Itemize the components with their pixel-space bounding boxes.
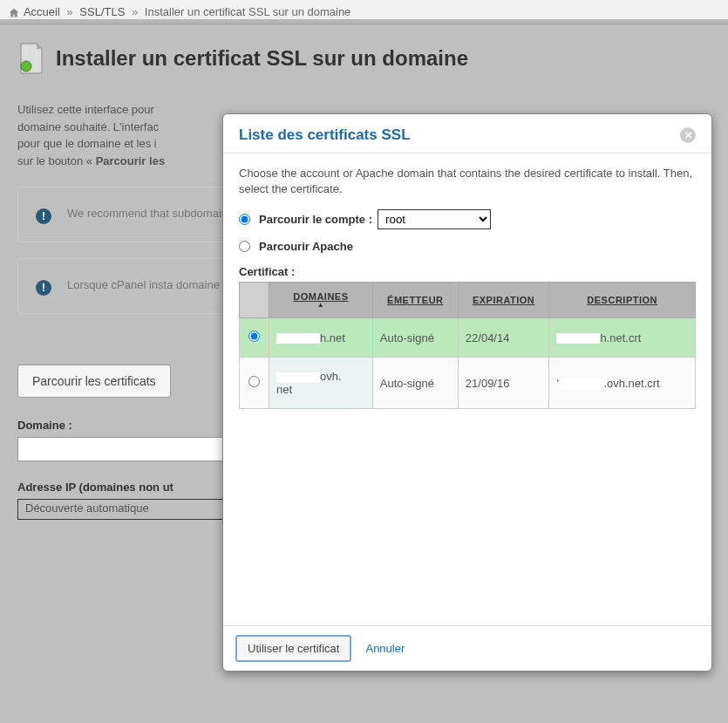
cert-radio[interactable] <box>248 331 260 342</box>
col-expiration[interactable]: Expiration <box>458 283 549 318</box>
col-select <box>240 283 269 318</box>
cell-issuer: Auto-signé <box>372 318 458 358</box>
breadcrumb-sep: » <box>66 5 72 18</box>
ssl-certificates-modal: Liste des certificats SSL ✕ Choose the a… <box>222 113 712 672</box>
use-certificate-button[interactable]: Utiliser le certificat <box>235 635 351 662</box>
modal-intro: Choose the account or Apache domain that… <box>239 166 696 197</box>
col-issuer[interactable]: Émetteur <box>372 283 458 318</box>
svg-text:!: ! <box>42 282 45 294</box>
certificate-icon <box>17 42 45 75</box>
col-domains[interactable]: Domaines▲ <box>269 283 373 318</box>
cert-table: Domaines▲ Émetteur Expiration Descriptio… <box>239 282 696 409</box>
cell-expiration: 22/04/14 <box>458 318 549 358</box>
breadcrumb-home[interactable]: Accueil <box>24 5 60 18</box>
breadcrumb-sep: » <box>132 5 138 18</box>
account-select[interactable]: root <box>378 209 491 229</box>
radio-account-row: Parcourir le compte : root <box>239 209 696 229</box>
col-description[interactable]: Description <box>549 283 696 318</box>
breadcrumb-current: Installer un certificat SSL sur un domai… <box>145 5 351 18</box>
svg-text:!: ! <box>42 210 45 222</box>
home-icon <box>9 8 19 18</box>
cell-domain: ovh.net <box>269 358 373 409</box>
info-icon: ! <box>36 208 51 224</box>
breadcrumb-ssl[interactable]: SSL/TLS <box>79 5 125 18</box>
radio-browse-apache[interactable] <box>239 241 250 252</box>
sort-arrow-icon: ▲ <box>275 302 367 309</box>
cert-label: Certificat : <box>239 265 696 278</box>
modal-header: Liste des certificats SSL ✕ <box>223 114 711 153</box>
cell-issuer: Auto-signé <box>372 358 458 409</box>
radio-apache-label: Parcourir Apache <box>259 240 353 253</box>
modal-title: Liste des certificats SSL <box>239 126 411 144</box>
table-row[interactable]: ovh.net Auto-signé 21/09/16 '.ovh.net.cr… <box>240 358 696 409</box>
modal-body: Choose the account or Apache domain that… <box>223 153 711 625</box>
cert-radio[interactable] <box>248 376 260 387</box>
cell-expiration: 21/09/16 <box>458 358 549 409</box>
close-icon[interactable]: ✕ <box>680 127 696 143</box>
cell-description: h.net.crt <box>549 318 696 358</box>
page-header: Installer un certificat SSL sur un domai… <box>17 42 711 75</box>
cell-description: '.ovh.net.crt <box>549 358 696 409</box>
table-row[interactable]: h.net Auto-signé 22/04/14 h.net.crt <box>240 318 696 358</box>
radio-apache-row: Parcourir Apache <box>239 240 696 253</box>
modal-footer: Utiliser le certificat Annuler <box>223 625 711 671</box>
cancel-link[interactable]: Annuler <box>365 642 405 655</box>
cell-domain: h.net <box>269 318 373 358</box>
svg-point-0 <box>21 61 31 72</box>
info-icon: ! <box>36 280 51 296</box>
browse-certificates-button[interactable]: Parcourir les certificats <box>17 365 171 398</box>
page-title: Installer un certificat SSL sur un domai… <box>56 46 468 71</box>
radio-browse-account[interactable] <box>239 214 250 225</box>
radio-account-label: Parcourir le compte : <box>259 213 372 226</box>
